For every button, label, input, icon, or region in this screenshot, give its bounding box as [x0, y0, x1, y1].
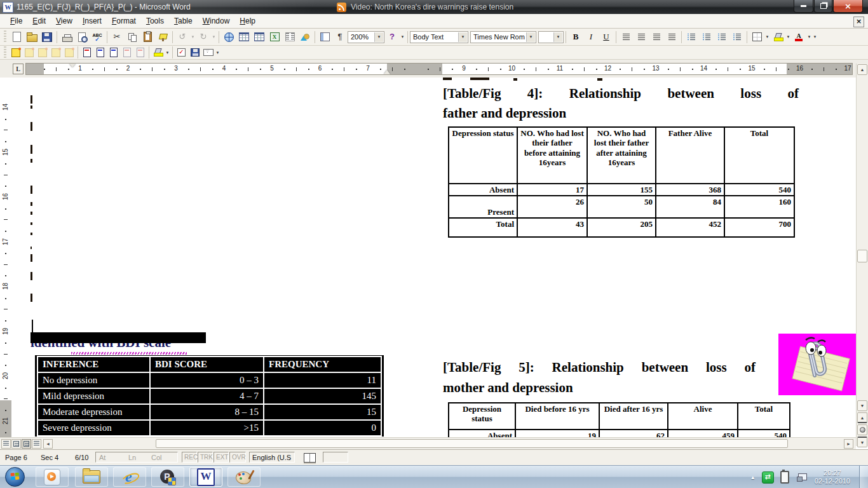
close-button[interactable]: ×	[833, 0, 863, 13]
vertical-scroll-thumb[interactable]	[857, 250, 867, 262]
menu-window[interactable]: Window	[198, 15, 235, 27]
drawing-button[interactable]	[297, 30, 313, 44]
insert-table-button[interactable]	[252, 30, 267, 44]
fig5-heading-line1[interactable]: [Table/Fig 5]: Relationship between loss…	[443, 358, 756, 377]
menu-table[interactable]: Table	[169, 15, 198, 27]
menu-edit[interactable]: Edit	[27, 15, 51, 27]
fig5-cell[interactable]: 540	[738, 430, 790, 437]
center-button[interactable]	[634, 30, 649, 44]
menu-insert[interactable]: Insert	[78, 15, 107, 27]
tray-expand-icon[interactable]: ▲	[750, 475, 756, 480]
font-size-dropdown-icon[interactable]: ▼	[553, 32, 562, 42]
zoom-combo[interactable]: 200% ▼	[348, 31, 384, 43]
insert-excel-button[interactable]: X	[267, 30, 282, 44]
fig5-cell[interactable]: Absent	[449, 430, 515, 437]
menu-view[interactable]: View	[51, 15, 78, 27]
start-button[interactable]	[5, 467, 25, 487]
language-box[interactable]: English (U.S	[249, 452, 295, 463]
ext-mode-box[interactable]: EXT	[214, 452, 229, 463]
undo-dropdown-icon[interactable]: ▼	[190, 35, 196, 39]
print-layout-view-button[interactable]	[22, 439, 31, 449]
track-changes-button[interactable]: ✓	[175, 46, 188, 58]
next-page-button[interactable]: ▼	[857, 437, 867, 447]
office-assistant-clippy[interactable]	[778, 334, 856, 395]
align-left-button[interactable]	[618, 30, 634, 44]
bdi-cell[interactable]: 145	[264, 388, 381, 404]
toolbar-grip[interactable]	[4, 46, 6, 59]
horizontal-ruler[interactable]: 123456791011121314151617	[25, 63, 853, 75]
first-line-indent-marker[interactable]	[69, 64, 76, 67]
vertical-scrollbar[interactable]: ▲ ▼ ▲ ▼	[856, 64, 868, 446]
redo-button[interactable]: ↻	[196, 30, 211, 44]
bdi-cell[interactable]: 0	[264, 420, 381, 436]
bdi-cell[interactable]: >15	[150, 420, 264, 436]
ovr-mode-box[interactable]: OVR	[229, 452, 246, 463]
tables-borders-button[interactable]	[236, 30, 252, 44]
bdi-cell[interactable]: Mild depression	[37, 388, 150, 404]
send-mail-button[interactable]	[201, 46, 215, 58]
document-canvas[interactable]: [Table/Fig 4]: Relationship between loss…	[11, 78, 856, 437]
document-map-button[interactable]	[317, 30, 332, 44]
underline-button[interactable]: U	[599, 30, 614, 44]
show-desktop-button[interactable]	[859, 466, 868, 488]
taskbar-word-button[interactable]: W	[189, 467, 222, 487]
fig5-header-cell[interactable]: Died after 16 yrs	[599, 403, 668, 430]
close-document-icon[interactable]: ×	[853, 17, 864, 27]
bdi-cell[interactable]: No depression	[37, 372, 150, 388]
toolbar-options-icon[interactable]: ▼	[400, 35, 405, 39]
news-notification[interactable]: Video: North Korea's dire warnings raise…	[337, 2, 513, 12]
spelling-button[interactable]: ABC✓	[90, 30, 105, 44]
decrease-indent-button[interactable]	[714, 30, 729, 44]
delete-comment-button[interactable]	[62, 46, 76, 58]
outside-border-button[interactable]	[749, 30, 764, 44]
horizontal-scroll-thumb[interactable]	[156, 439, 788, 448]
open-button[interactable]	[24, 30, 39, 44]
sync-tray-icon[interactable]: ⇄	[762, 471, 774, 484]
bdi-cell[interactable]: 11	[264, 372, 381, 388]
menu-help[interactable]: Help	[234, 15, 261, 27]
fig4-cell[interactable]: 43	[517, 218, 587, 237]
align-right-button[interactable]	[649, 30, 664, 44]
taskbar-internet-explorer-button[interactable]: e	[113, 467, 146, 487]
font-color-dropdown-icon[interactable]: ▼	[806, 35, 812, 39]
insert-hyperlink-button[interactable]	[221, 30, 236, 44]
fig4-cell[interactable]: 84	[656, 196, 724, 218]
italic-button[interactable]: I	[583, 30, 599, 44]
redo-dropdown-icon[interactable]: ▼	[211, 35, 217, 39]
fig4-cell[interactable]: 155	[587, 184, 656, 196]
taskbar-media-player-button[interactable]	[36, 467, 69, 487]
style-dropdown-icon[interactable]: ▼	[458, 32, 467, 42]
bdi-cell[interactable]: 8 – 15	[150, 404, 264, 420]
undo-button[interactable]: ↺	[175, 30, 190, 44]
bdi-header-cell[interactable]: FREQUENCY	[264, 356, 381, 372]
battery-icon[interactable]	[780, 471, 789, 484]
fig4-header-cell[interactable]: Total	[724, 127, 794, 184]
fig4-header-cell[interactable]: Depression status	[449, 127, 517, 184]
vertical-ruler[interactable]: 1415161718192021	[0, 78, 12, 437]
fig5-header-cell[interactable]: Total	[738, 403, 790, 430]
formatting-options-icon[interactable]: ▼	[812, 35, 818, 39]
bullets-button[interactable]	[699, 30, 714, 44]
print-button[interactable]	[59, 30, 74, 44]
justify-button[interactable]	[664, 30, 679, 44]
fig5-header-cell[interactable]: Alive	[668, 403, 738, 430]
fig4-heading-line1[interactable]: [Table/Fig 4]: Relationship between loss…	[443, 84, 799, 104]
copy-button[interactable]	[125, 30, 140, 44]
font-size-combo[interactable]: ▼	[538, 31, 564, 43]
bdi-cell[interactable]: 15	[264, 404, 381, 420]
border-dropdown-icon[interactable]: ▼	[764, 35, 770, 39]
fig4-cell[interactable]: 700	[724, 218, 794, 237]
spelling-status-icon[interactable]	[304, 453, 316, 463]
select-browse-object-button[interactable]	[857, 424, 867, 435]
taskbar-program-button[interactable]: P	[151, 467, 184, 487]
fig4-cell[interactable]: Total	[449, 218, 517, 237]
fig4-cell[interactable]: Absent	[449, 184, 517, 196]
new-button[interactable]	[9, 30, 24, 44]
font-color-button[interactable]: A	[791, 30, 806, 44]
reviewing-highlight-dropdown-icon[interactable]: ▼	[165, 51, 170, 55]
outline-view-button[interactable]	[32, 439, 41, 449]
highlight-dropdown-icon[interactable]: ▼	[785, 35, 791, 39]
fig4-header-cell[interactable]: NO. Who had lost their father after atta…	[587, 127, 656, 184]
taskbar-paint-button[interactable]	[227, 467, 261, 487]
titlebar[interactable]: W 1165_E(C)_F(J)_R(_)_PF(A}_P(_) - Micro…	[0, 0, 868, 14]
